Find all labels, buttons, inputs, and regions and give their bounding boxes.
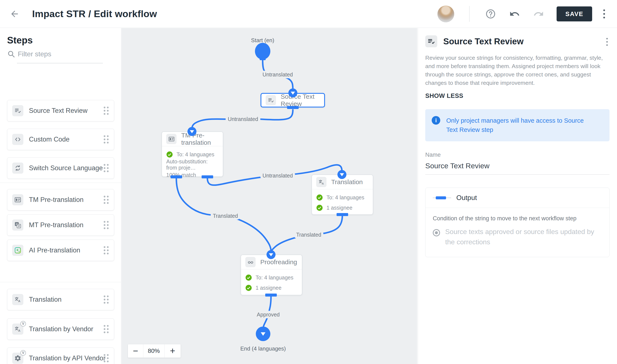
zoom-control: − 80% + (128, 344, 181, 358)
translate-icon: A (12, 294, 23, 305)
check-circle-icon (316, 205, 323, 211)
sidebar-title: Steps (7, 35, 33, 46)
ai-sparkle-icon (12, 245, 23, 256)
sidebar-item-tm-pre-translation[interactable]: TM Pre-translation (7, 189, 114, 210)
node-title: Source Text Review (281, 93, 320, 107)
playlist-check-icon (12, 105, 23, 116)
divider (469, 6, 469, 22)
code-icon (12, 134, 23, 145)
glasses-icon (245, 257, 255, 267)
sidebar-item-translation[interactable]: A Translation (7, 289, 114, 310)
step-details-panel: Source Text Review Review your source st… (418, 28, 617, 364)
output-title: Output (456, 194, 477, 202)
mt-icon: G (12, 220, 23, 231)
check-circle-icon (245, 285, 252, 291)
vendor-badge: V (20, 321, 26, 326)
node-detail-row: To: 4 languages (166, 149, 218, 159)
vendor-badge: V (20, 350, 26, 356)
name-field[interactable]: Source Text Review (425, 162, 609, 175)
drag-handle[interactable] (104, 354, 109, 362)
sidebar-item-label: Translation (29, 296, 62, 303)
sidebar-item-ai-pre-translation[interactable]: AI Pre-translation (7, 240, 114, 261)
filter-steps-input[interactable] (18, 50, 101, 58)
node-title: TM Pre-translation (181, 132, 218, 146)
edge-label: Translated (211, 212, 240, 220)
sidebar-item-custom-code[interactable]: Custom Code (7, 129, 114, 150)
node-detail-row: To: 4 languages (245, 272, 297, 283)
sidebar-item-label: Switch Source Language (29, 164, 103, 172)
sidebar-item-label: Translation by Vendor (29, 325, 93, 333)
more-options-button[interactable] (602, 8, 607, 20)
end-node-label: End (4 languages) (240, 345, 286, 352)
help-icon (485, 9, 496, 19)
sidebar-item-translation-by-vendor[interactable]: A V Translation by Vendor (7, 318, 114, 340)
sidebar-item-label: TM Pre-translation (29, 196, 83, 204)
node-detail-row: 100% match (166, 170, 218, 180)
svg-text:A: A (322, 182, 324, 185)
sidebar-item-label: Custom Code (29, 136, 70, 143)
edge-label: Untranslated (226, 116, 260, 123)
steps-sidebar: Steps Source Text Review Custom Code Swi… (0, 28, 121, 364)
node-detail-row: 1 assignee (316, 203, 368, 213)
sidebar-item-mt-pre-translation[interactable]: G MT Pre-translation (7, 214, 114, 236)
playlist-check-icon (266, 95, 276, 105)
redo-button[interactable] (533, 8, 545, 20)
save-button[interactable]: SAVE (557, 6, 592, 21)
search-icon (7, 50, 15, 58)
page-title: Impact STR / Edit workflow (32, 8, 157, 19)
svg-text:A: A (18, 299, 20, 303)
edge-label: Untranslated (260, 71, 295, 78)
sidebar-item-translation-by-api-vendor[interactable]: V Translation by API Vendor (7, 348, 114, 364)
drag-handle[interactable] (104, 296, 109, 304)
node-title: Proofreading (260, 259, 297, 266)
sync-icon (12, 163, 23, 174)
sidebar-item-label: AI Pre-translation (29, 247, 80, 254)
drag-handle[interactable] (104, 107, 109, 115)
tm-icon (12, 194, 23, 205)
back-button[interactable] (8, 8, 21, 20)
svg-text:A: A (18, 329, 20, 332)
drag-handle[interactable] (104, 135, 109, 143)
sidebar-item-switch-source-language[interactable]: Switch Source Language (7, 157, 114, 179)
output-connector-icon (433, 196, 451, 200)
output-condition-radio[interactable] (433, 229, 440, 236)
edge-label: Untranslated (260, 172, 295, 180)
top-bar: Impact STR / Edit workflow SAVE (0, 0, 617, 28)
info-banner: i Only project managers will have access… (425, 109, 609, 141)
drag-handle[interactable] (104, 221, 109, 229)
arrow-left-icon (10, 9, 19, 19)
user-avatar[interactable] (437, 6, 454, 22)
name-field-label: Name (425, 152, 609, 158)
show-less-toggle[interactable]: SHOW LESS (425, 92, 463, 99)
output-condition-label: Condition of the string to move to the n… (433, 215, 602, 222)
help-button[interactable] (485, 8, 496, 20)
step-options-button[interactable] (605, 37, 609, 47)
sidebar-item-label: MT Pre-translation (29, 221, 83, 229)
node-detail-row: To: 4 languages (316, 192, 368, 203)
gear-icon: V (12, 353, 23, 364)
sidebar-item-label: Source Text Review (29, 107, 87, 115)
zoom-in-button[interactable]: + (164, 344, 181, 358)
drag-handle[interactable] (104, 196, 109, 204)
check-circle-icon (316, 194, 323, 201)
panel-title: Source Text Review (443, 37, 523, 46)
undo-icon (509, 9, 520, 19)
workflow-node-proofreading[interactable]: Proofreading To: 4 languages 1 assignee (241, 255, 302, 295)
start-node-label: Start (en) (251, 37, 274, 44)
info-banner-text: Only project managers will have access t… (446, 116, 596, 134)
translate-icon: A V (12, 324, 23, 335)
check-circle-icon (166, 151, 173, 158)
sidebar-item-source-text-review[interactable]: Source Text Review (7, 100, 114, 121)
playlist-check-icon (425, 35, 437, 47)
workflow-canvas[interactable]: Untranslated Untranslated Untranslated T… (121, 28, 418, 364)
workflow-node-translation[interactable]: A Translation To: 4 languages 1 assignee (311, 174, 373, 215)
drag-handle[interactable] (104, 246, 109, 254)
drag-handle[interactable] (104, 164, 109, 172)
drag-handle[interactable] (104, 325, 109, 333)
undo-button[interactable] (509, 8, 521, 20)
workflow-node-tm-pre-translation[interactable]: TM Pre-translation To: 4 languages Auto-… (161, 131, 223, 177)
step-description: Review your source strings for consisten… (425, 54, 607, 87)
check-circle-icon (245, 274, 252, 281)
workflow-node-source-text-review[interactable]: Source Text Review (260, 93, 325, 107)
zoom-out-button[interactable]: − (128, 344, 143, 358)
